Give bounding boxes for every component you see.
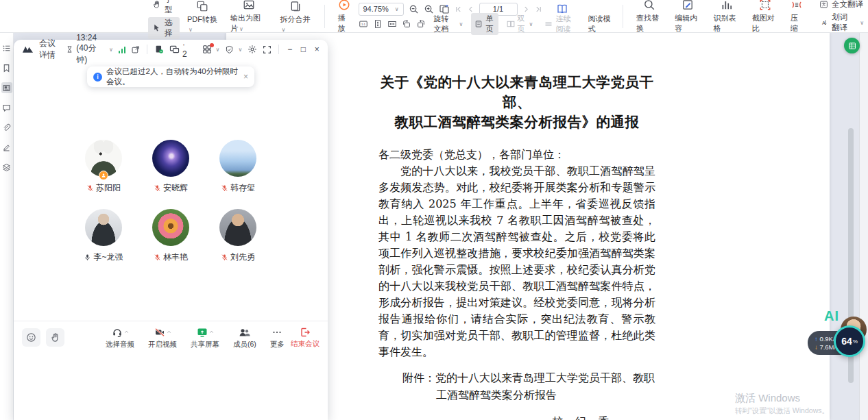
hand-tool-button[interactable]: 手型: [148, 0, 180, 16]
double-page-label: 双页: [518, 14, 525, 34]
play-label: 播放: [337, 13, 350, 34]
screenshot-compare-button[interactable]: 截图对比: [747, 0, 783, 35]
participant-tile[interactable]: 林丰艳: [137, 209, 204, 263]
chevron-down-icon: ∨: [529, 21, 533, 27]
hand-icon: [152, 0, 161, 9]
edit-content-label: 编辑内容: [675, 13, 701, 34]
participant-tile[interactable]: 苏阳阳: [70, 140, 137, 194]
screenshot-icon: [759, 0, 771, 11]
pdf-convert-button[interactable]: PDF转换∨: [182, 0, 223, 34]
zoom-level-value: 94.75%: [363, 5, 389, 13]
select-tool-label: 选择: [165, 18, 176, 38]
rotate-document-label: 旋转文档: [434, 14, 455, 34]
comment-panel-icon[interactable]: [1, 102, 12, 113]
raise-hand-button[interactable]: [46, 328, 64, 347]
fit-height-icon[interactable]: [373, 19, 383, 29]
toolbar-divider: [324, 5, 325, 28]
start-video-button[interactable]: 开启视频: [148, 326, 177, 349]
compress-label: 压缩: [791, 13, 804, 34]
table-tool-fab[interactable]: [844, 38, 860, 53]
meeting-details-button[interactable]: 会议详情: [39, 38, 60, 61]
document-salutation: 各二级党委（党总支），各部门单位：: [378, 147, 655, 163]
participant-tile[interactable]: 韩存玺: [204, 140, 272, 194]
participant-tile[interactable]: 刘先勇: [204, 209, 272, 263]
word-translate-button[interactable]: A 划词翻译 ∨: [815, 12, 868, 34]
play-button[interactable]: 播放: [333, 0, 355, 35]
security-button[interactable]: ∨: [225, 45, 242, 54]
mic-muted-icon: [154, 254, 161, 261]
double-page-button[interactable]: 双页 ∨: [503, 13, 537, 35]
headset-icon: [112, 327, 123, 338]
screen: 关于《党的十八大以来青岛理工大学党员干部、 教职工酒驾醉驾类案分析报告》的通报 …: [0, 0, 868, 420]
document-signature: 校 纪 委: [378, 414, 655, 420]
maximize-icon[interactable]: □: [300, 45, 308, 54]
emoji-button[interactable]: [22, 328, 40, 347]
more-button[interactable]: 更多: [270, 326, 285, 349]
last-page-icon[interactable]: [535, 5, 542, 13]
participant-name: 安晓辉: [163, 182, 188, 194]
battery-indicator[interactable]: 64%: [834, 325, 865, 357]
chevron-up-icon[interactable]: [124, 330, 129, 334]
record-icon[interactable]: [154, 45, 164, 54]
full-translate-button[interactable]: 全文翻译: [815, 0, 868, 10]
first-page-icon[interactable]: [455, 5, 462, 13]
share-screen-icon: [197, 327, 208, 338]
meeting-timer[interactable]: 13:24 (40分钟) ∨: [66, 33, 113, 66]
layers-panel-icon[interactable]: [1, 162, 12, 173]
rotate-left-icon[interactable]: [402, 19, 411, 29]
shared-screens-button[interactable]: · 2: [169, 40, 187, 59]
edit-content-button[interactable]: 编辑内容: [670, 0, 706, 35]
split-merge-label: 拆分合并: [280, 15, 311, 23]
thumbnail-panel-icon[interactable]: [1, 82, 12, 93]
minimize-icon[interactable]: −: [286, 45, 294, 54]
participant-name: 苏阳阳: [96, 182, 121, 194]
find-replace-button[interactable]: 查找替换: [631, 0, 667, 35]
open-external-icon[interactable]: [131, 45, 140, 54]
page-indicator-value: 1/1: [493, 5, 503, 13]
close-icon[interactable]: ×: [313, 45, 321, 54]
continuous-reading-button[interactable]: 连续阅读: [541, 13, 579, 35]
assistant-widget: AI ↑ 0.9K/s ↓ 7.6M/s 64%: [808, 308, 868, 360]
pdf-toolbar: 手型 选择 PDF转换∨ 输出为图片∨ 拆分合并∨ 播放: [0, 0, 868, 33]
mic-muted-icon: [154, 184, 161, 192]
word-translate-icon: A: [819, 18, 828, 27]
upload-arrow-icon: ↑: [815, 335, 818, 343]
notice-close-icon[interactable]: ×: [243, 72, 248, 82]
layout-button[interactable]: ∨: [202, 45, 220, 54]
mic-muted-icon: [221, 254, 228, 261]
recognize-table-button[interactable]: 识别表格: [708, 0, 744, 35]
share-screen-button[interactable]: 共享屏幕: [191, 326, 219, 349]
participant-tile[interactable]: 安晓辉: [137, 140, 204, 194]
chevron-up-icon[interactable]: [209, 330, 214, 334]
camera-off-icon: [154, 327, 165, 338]
info-icon: i: [93, 73, 102, 82]
compress-button[interactable]: 压缩: [786, 0, 808, 35]
chevron-up-icon[interactable]: [167, 330, 171, 334]
outline-panel-icon[interactable]: [1, 42, 12, 53]
meeting-logo-icon: [22, 45, 34, 53]
network-signal-icon: [119, 46, 126, 53]
select-tool-button[interactable]: 选择: [148, 17, 180, 39]
select-audio-button[interactable]: 选择音频: [106, 326, 134, 349]
fullscreen-icon[interactable]: [263, 45, 272, 54]
next-page-icon[interactable]: [522, 5, 530, 13]
bookmark-panel-icon[interactable]: [1, 62, 12, 73]
attachment-panel-icon[interactable]: [1, 122, 12, 133]
members-button[interactable]: 成员(6): [233, 326, 256, 349]
fit-width-icon[interactable]: [387, 19, 397, 29]
rotate-document-button[interactable]: 旋转文档 ∨: [431, 13, 467, 35]
single-page-button[interactable]: 单页: [471, 13, 498, 35]
start-video-label: 开启视频: [148, 340, 177, 349]
previous-page-icon[interactable]: [467, 5, 474, 13]
settings-gear-icon[interactable]: [248, 45, 257, 54]
rotate-right-icon[interactable]: [416, 19, 426, 29]
export-image-button[interactable]: 输出为图片∨: [226, 0, 273, 35]
zoom-out-icon[interactable]: [409, 4, 419, 14]
actual-size-icon[interactable]: 1:1: [359, 19, 368, 29]
signature-panel-icon[interactable]: [1, 142, 12, 153]
end-meeting-button[interactable]: 结束会议: [291, 327, 320, 349]
reading-mode-button[interactable]: 阅读模式: [584, 13, 614, 35]
split-merge-button[interactable]: 拆分合并∨: [276, 0, 316, 34]
zoom-level-select[interactable]: 94.75% ∨: [359, 3, 404, 16]
participant-tile[interactable]: 李~龙强: [70, 209, 137, 263]
